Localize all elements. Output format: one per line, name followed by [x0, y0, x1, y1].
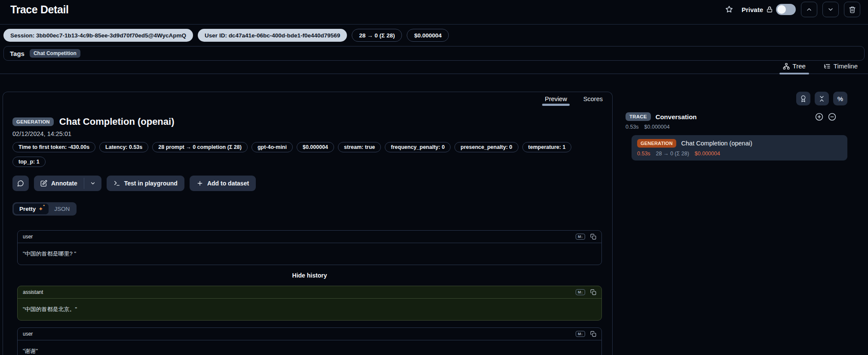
award-icon	[800, 95, 807, 102]
test-in-playground-button[interactable]: Test in playground	[107, 176, 184, 191]
scores-toggle-button[interactable]	[796, 92, 810, 105]
top-p-badge: top_p: 1	[12, 157, 46, 167]
copy-button[interactable]	[590, 331, 596, 337]
trace-badge: TRACE	[626, 112, 651, 121]
copy-button[interactable]	[590, 234, 596, 240]
generation-tokens: 28 → 0 (Σ 28)	[656, 151, 689, 157]
json-tab[interactable]: JSON	[49, 204, 75, 214]
markdown-toggle-icon[interactable]: M↓	[576, 234, 585, 240]
annotate-dropdown-button[interactable]	[84, 176, 101, 191]
sparkles-icon: ✦✦	[38, 206, 43, 212]
trash-icon	[849, 6, 856, 13]
trace-latency: 0.53s	[626, 124, 639, 130]
view-mode-tabs: Tree Timeline	[0, 62, 868, 74]
star-icon	[725, 5, 733, 14]
bookmark-star-button[interactable]	[722, 2, 736, 17]
generation-cost: $0.000004	[695, 151, 720, 157]
metrics-toggle-button[interactable]: %	[833, 92, 847, 105]
plus-circle-icon	[815, 113, 823, 121]
observation-meta-badges: Time to first token: -430.00s Latency: 0…	[12, 142, 602, 167]
markdown-toggle-icon[interactable]: M↓	[576, 289, 585, 295]
lock-icon	[766, 6, 773, 13]
add-to-dataset-label: Add to dataset	[207, 180, 249, 187]
annotate-split-button: Annotate	[34, 176, 101, 191]
ttft-badge: Time to first token: -430.00s	[12, 142, 95, 152]
token-usage-badge: 28 → 0 (Σ 28)	[352, 29, 402, 42]
percent-icon: %	[837, 95, 843, 102]
observation-title: Chat Completion (openai)	[59, 116, 175, 127]
tags-bar: Tags Chat Competition	[3, 46, 865, 61]
minus-circle-icon	[828, 113, 836, 121]
page-header: Trace Detail Private	[0, 0, 868, 25]
session-badge[interactable]: Session: 3bb00ec7-1b13-4c9b-85ee-3d9d70f…	[3, 29, 193, 42]
expand-all-button[interactable]	[815, 113, 823, 121]
trace-meta-badges: Session: 3bb00ec7-1b13-4c9b-85ee-3d9d70f…	[0, 25, 868, 43]
hide-history-button[interactable]: Hide history	[17, 272, 602, 279]
trace-tree-root[interactable]: TRACE Conversation	[623, 112, 847, 121]
copy-icon	[590, 289, 596, 295]
tab-timeline-label: Timeline	[834, 62, 858, 70]
tab-tree[interactable]: Tree	[779, 62, 809, 74]
observation-timestamp: 02/12/2024, 14:25:01	[12, 130, 602, 137]
toggle-knob	[777, 5, 786, 14]
collapse-tree-button[interactable]	[828, 113, 836, 121]
next-trace-button[interactable]	[822, 2, 839, 17]
previous-trace-button[interactable]	[801, 2, 817, 17]
add-to-dataset-button[interactable]: Add to dataset	[190, 176, 256, 191]
tab-preview[interactable]: Preview	[542, 95, 570, 106]
pretty-json-toggle: Pretty ✦✦ JSON	[12, 202, 77, 216]
trace-stats: 0.53s $0.000004	[623, 124, 847, 130]
public-toggle[interactable]	[776, 4, 796, 15]
collapse-all-button[interactable]	[815, 92, 829, 105]
observation-actions: Annotate Test in playgroun	[12, 176, 602, 191]
message-role: user	[23, 331, 33, 337]
tab-scores[interactable]: Scores	[581, 95, 605, 106]
list-tree-icon	[824, 63, 831, 70]
annotate-button[interactable]: Annotate	[34, 176, 84, 191]
model-badge[interactable]: gpt-4o-mini	[252, 142, 293, 152]
message-content: "中国的首都是北京。"	[18, 299, 601, 320]
frequency-penalty-badge: frequency_penalty: 0	[385, 142, 451, 152]
terminal-icon	[113, 180, 120, 187]
tags-label: Tags	[10, 50, 25, 57]
message-card-user-1: user M↓ "中国的首都是哪里? "	[17, 230, 602, 265]
copy-button[interactable]	[590, 289, 596, 295]
temperature-badge: temperature: 1	[522, 142, 572, 152]
chevron-up-icon	[806, 6, 813, 13]
copy-icon	[590, 331, 596, 337]
message-card-user-2: user M↓ "谢谢"	[17, 327, 602, 355]
privacy-label: Private	[742, 6, 763, 13]
message-content: "谢谢"	[18, 340, 601, 355]
chevron-down-icon	[90, 180, 96, 186]
tree-toolbar: %	[623, 92, 847, 105]
pen-square-icon	[40, 180, 47, 187]
content-area: Preview Scores GENERATION Chat Completio…	[0, 74, 868, 355]
generation-latency: 0.53s	[637, 151, 650, 157]
annotate-label: Annotate	[51, 180, 77, 187]
tag-chip[interactable]: Chat Competition	[30, 49, 80, 58]
observation-header: GENERATION Chat Completion (openai) 02/1…	[3, 106, 612, 355]
tab-timeline[interactable]: Timeline	[820, 62, 861, 74]
trace-cost: $0.000004	[644, 124, 670, 130]
message-role: assistant	[23, 289, 43, 295]
message-list: user M↓ "中国的首都是哪里? "	[17, 230, 602, 355]
user-id-badge[interactable]: User ID: dc47a41e-06bc-400d-bde1-f0e440d…	[198, 29, 347, 42]
trace-detail-page: Trace Detail Private	[0, 0, 868, 355]
playground-label: Test in playground	[124, 180, 178, 187]
tree-node-generation[interactable]: GENERATION Chat Completion (openai) 0.53…	[632, 135, 847, 161]
trace-tree-sidebar: % TRACE Conversation	[623, 92, 865, 355]
cost-badge: $0.000004	[297, 142, 334, 152]
comment-icon	[17, 180, 24, 187]
pretty-tab[interactable]: Pretty ✦✦	[14, 204, 49, 214]
pretty-label: Pretty	[19, 206, 36, 212]
token-badge: 28 prompt → 0 completion (Σ 28)	[152, 142, 248, 152]
plus-icon	[196, 180, 203, 187]
message-card-assistant: assistant M↓ "中国的首都是北京。"	[17, 286, 602, 321]
tree-expand-controls	[815, 113, 847, 121]
tree-icon	[783, 63, 790, 70]
delete-trace-button[interactable]	[844, 2, 860, 17]
markdown-toggle-icon[interactable]: M↓	[576, 331, 585, 337]
comments-button[interactable]	[12, 176, 29, 191]
message-role: user	[23, 234, 33, 240]
tab-tree-label: Tree	[793, 62, 806, 70]
